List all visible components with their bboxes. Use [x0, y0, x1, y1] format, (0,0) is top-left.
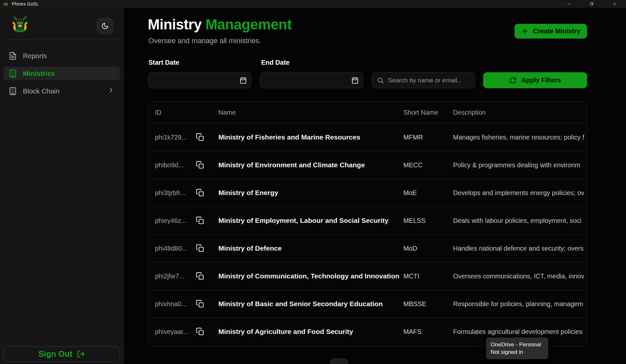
restore-icon: [589, 2, 594, 6]
apply-filters-label: Apply Filters: [521, 76, 561, 84]
sidebar-item-label: Reports: [23, 52, 47, 60]
copy-id-button[interactable]: [196, 216, 204, 225]
copy-id-button[interactable]: [196, 272, 204, 280]
start-date-field: [148, 72, 251, 88]
ministry-id: phi3tjrbfr...: [155, 189, 196, 197]
sign-out-button[interactable]: Sign Out: [3, 346, 120, 362]
ministries-table: ID Name Short Name Description phi1k729.…: [148, 101, 587, 346]
start-date-input[interactable]: [148, 77, 240, 84]
ministry-description: Formulates agricultural development poli…: [453, 328, 586, 336]
ministry-id: phi2jfw7...: [155, 273, 196, 280]
app-window: Phinex GoSL: [0, 0, 626, 364]
table-body: phi1k729... Ministry of Fisheries and Ma…: [148, 123, 586, 345]
table-row[interactable]: phi3tjrbfr... Ministry of Energy MoE Dev…: [148, 179, 586, 207]
ministry-id: phiey46z...: [155, 217, 196, 224]
theme-toggle-button[interactable]: [97, 18, 113, 34]
building-icon: [8, 87, 17, 95]
ministry-description: Policy & programmes dealing with environ…: [453, 161, 586, 169]
restore-button[interactable]: [580, 0, 603, 8]
copy-icon: [196, 244, 204, 253]
ministry-name: Ministry of Employment, Labour and Socia…: [218, 217, 403, 224]
ministry-short-name: MCTI: [403, 273, 453, 280]
copy-id-button[interactable]: [196, 300, 204, 308]
ministry-description: Develops and implements energy policies;…: [453, 189, 586, 197]
search-field: [372, 72, 475, 88]
ministry-name: Ministry of Environment and Climate Chan…: [218, 161, 403, 169]
onedrive-tooltip: OneDrive - Personal Not signed in: [486, 338, 548, 359]
ministry-id: phibo9d...: [155, 161, 196, 169]
close-icon: [612, 2, 617, 6]
column-header-id: ID: [155, 109, 196, 116]
window-controls: [557, 0, 626, 8]
end-date-label: End Date: [261, 59, 290, 66]
minimize-button[interactable]: [557, 0, 580, 8]
copy-id-button[interactable]: [196, 133, 204, 141]
ministry-short-name: MoE: [403, 189, 453, 197]
table-row[interactable]: phixhna0... Ministry of Basic and Senior…: [148, 290, 586, 318]
search-input[interactable]: [384, 77, 475, 84]
ministry-id: phiveyaar...: [155, 328, 196, 336]
ministry-description: Deals with labour policies, employment, …: [453, 217, 586, 224]
ministry-description: Oversees communications, ICT, media, inn…: [453, 273, 586, 280]
document-icon: [8, 52, 17, 60]
sidebar-item-label: Ministries: [23, 70, 55, 77]
table-row[interactable]: phi2jfw7... Ministry of Communication, T…: [148, 262, 586, 290]
copy-icon: [196, 272, 204, 280]
copy-id-button[interactable]: [196, 244, 204, 253]
ministry-short-name: MBSSE: [403, 300, 453, 308]
chevron-right-icon: [108, 87, 115, 95]
ministry-name: Ministry of Basic and Senior Secondary E…: [218, 300, 403, 308]
page-title: Ministry Management: [148, 16, 292, 33]
copy-icon: [196, 133, 204, 141]
ministry-name: Ministry of Defence: [218, 244, 403, 252]
search-icon: [377, 77, 384, 84]
copy-icon: [196, 300, 204, 308]
plus-icon: [521, 28, 528, 35]
sidebar-item-block-chain[interactable]: Block Chain: [3, 84, 120, 98]
end-date-field: [260, 72, 363, 88]
ministry-name: Ministry of Communication, Technology an…: [218, 272, 403, 280]
ministry-description: Handles national defence and security; o…: [453, 245, 586, 252]
building-icon: [8, 69, 17, 78]
table-header-row: ID Name Short Name Description: [148, 102, 586, 123]
ministry-id: phi48d80...: [155, 245, 196, 252]
tooltip-line-1: OneDrive - Personal: [491, 341, 544, 348]
copy-id-button[interactable]: [196, 161, 204, 169]
ministry-short-name: MoD: [403, 245, 453, 252]
tooltip-line-2: Not signed in: [491, 348, 544, 356]
ministry-name: Ministry of Energy: [218, 189, 403, 197]
table-row[interactable]: phiey46z... Ministry of Employment, Labo…: [148, 207, 586, 234]
close-button[interactable]: [603, 0, 626, 8]
table-row[interactable]: phibo9d... Ministry of Environment and C…: [148, 151, 586, 179]
column-header-short-name: Short Name: [403, 109, 453, 116]
ministry-name: Ministry of Agriculture and Food Securit…: [218, 328, 403, 336]
sidebar-divider: [3, 40, 120, 40]
table-row[interactable]: phi48d80... Ministry of Defence MoD Hand…: [148, 234, 586, 262]
copy-id-button[interactable]: [196, 327, 204, 336]
create-ministry-label: Create Ministry: [533, 27, 581, 35]
table-row[interactable]: phi1k729... Ministry of Fisheries and Ma…: [148, 123, 586, 151]
sidebar-item-ministries[interactable]: Ministries: [3, 67, 120, 80]
sidebar-item-reports[interactable]: Reports: [3, 49, 120, 62]
ministry-id: phixhna0...: [155, 300, 196, 308]
log-out-icon: [77, 350, 85, 358]
copy-id-button[interactable]: [196, 189, 204, 197]
ministry-short-name: MECC: [403, 161, 453, 169]
bottom-overlay-pill[interactable]: [330, 358, 348, 364]
coat-of-arms-logo: [10, 16, 30, 34]
copy-icon: [196, 189, 204, 197]
apply-filters-button[interactable]: Apply Filters: [483, 72, 587, 88]
ministry-description: Responsible for policies, planning, mana…: [453, 300, 586, 308]
end-date-input[interactable]: [260, 77, 351, 84]
ministry-name: Ministry of Fisheries and Marine Resourc…: [218, 133, 403, 141]
sidebar-item-label: Block Chain: [23, 87, 59, 95]
column-header-name: Name: [218, 109, 403, 116]
create-ministry-button[interactable]: Create Ministry: [515, 24, 587, 39]
calendar-icon[interactable]: [351, 77, 359, 84]
main-content: Ministry Management Oversee and manage a…: [124, 8, 626, 364]
window-title: Phinex GoSL: [12, 1, 39, 7]
copy-icon: [196, 161, 204, 169]
calendar-icon[interactable]: [240, 77, 247, 84]
sign-out-label: Sign Out: [38, 349, 72, 359]
app-icon: [3, 1, 8, 7]
